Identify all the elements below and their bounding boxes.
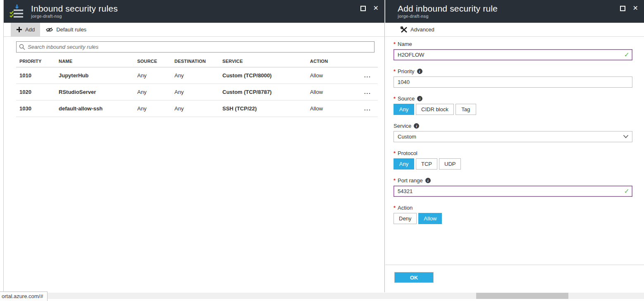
eye-off-icon: [45, 26, 53, 33]
info-icon[interactable]: i: [425, 178, 431, 183]
azure-portal-page: Inbound security rules jorge-draft-nsg ✕…: [0, 0, 644, 301]
col-source: SOURCE: [134, 59, 171, 64]
priority-input[interactable]: [394, 76, 632, 88]
required-marker: *: [394, 150, 396, 156]
table-header-row: PRIORITY NAME SOURCE DESTINATION SERVICE…: [16, 55, 378, 67]
priority-label: * Priority i: [394, 68, 632, 74]
source-option-tag[interactable]: Tag: [456, 104, 476, 115]
protocol-toggle-group: Any TCP UDP: [394, 158, 632, 170]
col-action: ACTION: [307, 59, 338, 64]
row-context-menu-icon[interactable]: ...: [338, 72, 378, 79]
cell-destination: Any: [171, 72, 219, 79]
required-marker: *: [394, 205, 396, 211]
info-icon[interactable]: i: [417, 96, 422, 101]
port-range-label: * Port range i: [394, 177, 632, 184]
port-range-field: * Port range i ✓: [394, 177, 632, 197]
plus-icon: [16, 26, 22, 33]
add-rule-form: * Name ✓ * Priority i: [385, 37, 644, 224]
cell-source: Any: [134, 72, 171, 79]
cell-priority: 1030: [16, 105, 55, 112]
cell-source: Any: [134, 89, 171, 95]
cell-action: Allow: [307, 89, 338, 95]
action-option-allow[interactable]: Allow: [418, 213, 442, 224]
close-icon[interactable]: ✕: [633, 5, 638, 12]
default-rules-label: Default rules: [56, 26, 86, 33]
source-field: * Source i Any CIDR block Tag: [394, 96, 632, 115]
horizontal-scrollbar[interactable]: [0, 293, 644, 299]
cell-service: Custom (TCP/8787): [219, 89, 307, 95]
valid-check-icon: ✓: [624, 51, 630, 59]
close-icon[interactable]: ✕: [373, 5, 379, 12]
source-option-any[interactable]: Any: [394, 104, 414, 115]
protocol-field: * Protocol Any TCP UDP: [394, 150, 632, 170]
left-blade-toolbar: Add Default rules: [4, 23, 384, 37]
service-select[interactable]: Custom: [394, 131, 632, 142]
row-context-menu-icon[interactable]: ...: [338, 105, 378, 112]
action-label: * Action: [394, 205, 632, 211]
service-label: Service i: [394, 123, 632, 129]
source-label: * Source i: [394, 96, 632, 102]
cell-name: default-allow-ssh: [55, 105, 134, 112]
maximize-icon[interactable]: [620, 6, 625, 11]
right-blade-window-controls: ✕: [620, 5, 638, 12]
col-destination: DESTINATION: [171, 59, 219, 64]
right-blade-titles: Add inbound security rule jorge-draft-ns…: [398, 4, 498, 19]
source-option-cidr[interactable]: CIDR block: [416, 104, 454, 115]
cell-priority: 1020: [16, 89, 55, 95]
action-field: * Action Deny Allow: [394, 205, 632, 224]
required-marker: *: [394, 68, 396, 74]
info-icon[interactable]: i: [414, 123, 419, 129]
add-inbound-rule-blade: Add inbound security rule jorge-draft-ns…: [385, 0, 644, 292]
url-preview-tooltip: ortal.azure.com/#: [0, 291, 48, 301]
protocol-option-udp[interactable]: UDP: [439, 158, 461, 170]
advanced-label: Advanced: [410, 26, 434, 33]
cell-name: RStudioServer: [55, 89, 134, 95]
ok-button[interactable]: OK: [394, 272, 434, 283]
cell-action: Allow: [307, 72, 338, 79]
advanced-button[interactable]: Advanced: [395, 23, 440, 36]
row-context-menu-icon[interactable]: ...: [338, 89, 378, 95]
name-input[interactable]: [394, 49, 632, 60]
required-marker: *: [394, 177, 396, 184]
col-service: SERVICE: [219, 59, 307, 64]
search-input[interactable]: [16, 41, 374, 53]
action-option-deny[interactable]: Deny: [394, 213, 417, 224]
right-blade-header: Add inbound security rule jorge-draft-ns…: [385, 0, 644, 23]
info-icon[interactable]: i: [417, 69, 422, 74]
left-blade-header: Inbound security rules jorge-draft-nsg ✕: [4, 0, 384, 23]
inbound-rules-icon: [9, 3, 25, 20]
left-blade-window-controls: ✕: [360, 5, 379, 12]
search-icon: [19, 44, 25, 50]
rules-table: PRIORITY NAME SOURCE DESTINATION SERVICE…: [16, 55, 378, 117]
default-rules-button[interactable]: Default rules: [40, 23, 92, 36]
protocol-option-any[interactable]: Any: [394, 158, 414, 170]
cell-service: Custom (TCP/8000): [219, 72, 307, 79]
col-name: NAME: [55, 59, 134, 64]
protocol-label: * Protocol: [394, 150, 632, 156]
protocol-option-tcp[interactable]: TCP: [416, 158, 437, 170]
maximize-icon[interactable]: [360, 6, 366, 11]
add-button-label: Add: [25, 26, 35, 33]
left-blade-title: Inbound security rules: [31, 4, 118, 14]
cell-source: Any: [134, 105, 171, 112]
name-label: * Name: [394, 41, 632, 47]
priority-field: * Priority i: [394, 68, 632, 88]
source-toggle-group: Any CIDR block Tag: [394, 104, 632, 115]
action-toggle-group: Deny Allow: [394, 213, 632, 224]
right-blade-subtitle: jorge-draft-nsg: [398, 14, 498, 19]
required-marker: *: [394, 41, 396, 47]
right-blade-toolbar: Advanced: [385, 23, 644, 37]
add-button[interactable]: Add: [11, 23, 40, 36]
cell-action: Allow: [307, 105, 338, 112]
table-row[interactable]: 1010 JupyterHub Any Any Custom (TCP/8000…: [16, 67, 378, 84]
right-blade-title: Add inbound security rule: [398, 4, 498, 14]
cell-service: SSH (TCP/22): [219, 105, 307, 112]
valid-check-icon: ✓: [624, 187, 630, 195]
left-blade-subtitle: jorge-draft-nsg: [31, 14, 118, 19]
port-range-input[interactable]: [394, 186, 632, 197]
col-priority: PRIORITY: [16, 59, 55, 64]
table-row[interactable]: 1020 RStudioServer Any Any Custom (TCP/8…: [16, 84, 378, 100]
table-row[interactable]: 1030 default-allow-ssh Any Any SSH (TCP/…: [16, 100, 378, 117]
scrollbar-thumb[interactable]: [476, 293, 568, 299]
search-area: [16, 41, 374, 53]
